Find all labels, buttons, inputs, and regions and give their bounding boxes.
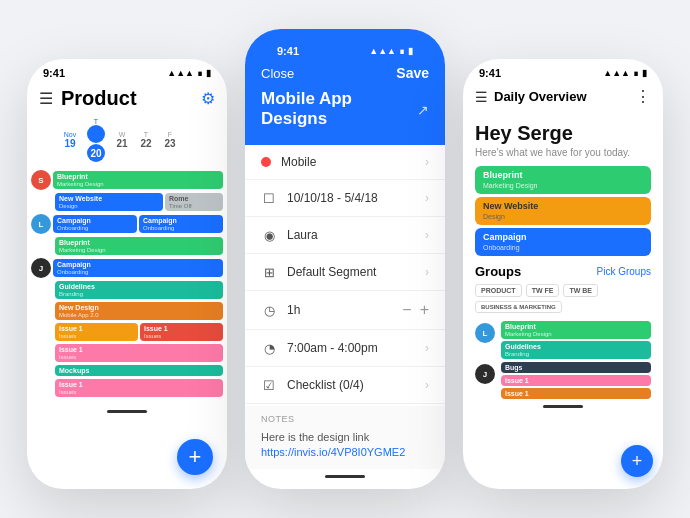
list-item[interactable]: New WebsiteDesign: [55, 193, 163, 211]
tag-business[interactable]: BUSINESS & MARKETING: [475, 301, 562, 313]
wifi-icon: ∎: [399, 46, 405, 56]
pick-groups-button[interactable]: Pick Groups: [597, 266, 651, 277]
screens-container: 9:41 ▲▲▲ ∎ ▮ ☰ Product ⚙ Nov 19 T: [7, 9, 683, 509]
center-phone: 9:41 ▲▲▲ ∎ ▮ Close Save Mobile App Desig…: [245, 29, 445, 489]
table-row: Issue 1Issues: [31, 379, 223, 397]
home-indicator: [543, 405, 583, 408]
list-item[interactable]: BlueprintMarketing Design: [53, 171, 223, 189]
form-item-duration[interactable]: ◷ 1h − +: [245, 291, 445, 330]
tag-product[interactable]: PRODUCT: [475, 284, 522, 297]
nav-title: Daily Overview: [494, 89, 629, 104]
table-row: BlueprintMarketing Design: [31, 237, 223, 255]
table-row: GuidelinesBranding: [31, 281, 223, 299]
date-col-w: W 21: [111, 131, 133, 149]
list-item[interactable]: Issue 1Issues: [55, 344, 223, 362]
checklist-icon: ☑: [261, 377, 277, 393]
table-row: Issue 1Issues: [31, 344, 223, 362]
tag-twfe[interactable]: TW FE: [526, 284, 560, 297]
center-nav: Close Save: [261, 61, 429, 89]
form-label: Mobile: [281, 155, 415, 169]
more-icon[interactable]: ⋮: [635, 87, 651, 106]
list-item[interactable]: Issue 1Issues: [55, 379, 223, 397]
left-status-icons: ▲▲▲ ∎ ▮: [167, 68, 211, 78]
greeting: Hey Serge: [463, 122, 663, 147]
left-phone: 9:41 ▲▲▲ ∎ ▮ ☰ Product ⚙ Nov 19 T: [27, 59, 227, 489]
chevron-right-icon: ›: [425, 228, 429, 242]
form-item-checklist[interactable]: ☑ Checklist (0/4) ›: [245, 367, 445, 404]
settings-icon[interactable]: ⚙: [201, 89, 215, 108]
list-item[interactable]: CampaignOnboarding: [475, 228, 651, 256]
groups-section: Groups Pick Groups PRODUCT TW FE TW BE B…: [463, 264, 663, 399]
save-button[interactable]: Save: [396, 65, 429, 81]
increment-button[interactable]: +: [420, 301, 429, 319]
center-time: 9:41: [277, 45, 299, 57]
list-item[interactable]: New WebsiteDesign: [475, 197, 651, 225]
chevron-right-icon: ›: [425, 155, 429, 169]
avatar: S: [31, 170, 51, 190]
table-row: J CampaignOnboarding: [31, 258, 223, 278]
decrement-button[interactable]: −: [402, 301, 411, 319]
form-item-mobile[interactable]: Mobile ›: [245, 145, 445, 180]
today-cards: BlueprintMarketing Design New WebsiteDes…: [463, 166, 663, 256]
list-item[interactable]: RomeTime Off: [165, 193, 223, 211]
group-rows: L BlueprintMarketing Design GuidelinesBr…: [475, 321, 651, 399]
list-item[interactable]: BlueprintMarketing Design: [55, 237, 223, 255]
list-item[interactable]: CampaignOnboarding: [53, 259, 223, 277]
list-item[interactable]: BlueprintMarketing Design: [475, 166, 651, 194]
menu-icon[interactable]: ☰: [475, 89, 488, 105]
timer-icon: ◷: [261, 302, 277, 318]
home-indicator: [325, 475, 365, 478]
list-item[interactable]: Mockups: [55, 365, 223, 376]
chevron-right-icon: ›: [425, 191, 429, 205]
list-item[interactable]: GuidelinesBranding: [55, 281, 223, 299]
fab-button[interactable]: +: [621, 445, 653, 477]
form-checklist: Checklist (0/4): [287, 378, 415, 392]
close-button[interactable]: Close: [261, 66, 294, 81]
list-item[interactable]: CampaignOnboarding: [53, 215, 137, 233]
form-item-segment[interactable]: ⊞ Default Segment ›: [245, 254, 445, 291]
left-status-bar: 9:41 ▲▲▲ ∎ ▮: [27, 59, 227, 83]
expand-icon[interactable]: ↗: [417, 102, 429, 118]
date-col-f: F 23: [159, 131, 181, 149]
list-item[interactable]: GuidelinesBranding: [501, 341, 651, 359]
form-duration: 1h: [287, 303, 392, 317]
home-indicator: [107, 410, 147, 413]
list-item[interactable]: CampaignOnboarding: [139, 215, 223, 233]
battery-icon: ▮: [206, 68, 211, 78]
calendar-grid: S BlueprintMarketing Design New WebsiteD…: [27, 166, 227, 404]
notes-section: NOTES Here is the design link https://in…: [245, 406, 445, 469]
chevron-right-icon: ›: [425, 378, 429, 392]
greeting-sub: Here's what we have for you today.: [463, 147, 663, 166]
form-item-date[interactable]: ☐ 10/10/18 - 5/4/18 ›: [245, 180, 445, 217]
table-row: Mockups: [31, 365, 223, 376]
form-item-user[interactable]: ◉ Laura ›: [245, 217, 445, 254]
right-phone: 9:41 ▲▲▲ ∎ ▮ ☰ Daily Overview ⋮ Hey Serg…: [463, 59, 663, 489]
list-item[interactable]: Issue 1Issues: [55, 323, 138, 341]
list-item[interactable]: Issue 1: [501, 375, 651, 386]
list-item[interactable]: BlueprintMarketing Design: [501, 321, 651, 339]
form-list: Mobile › ☐ 10/10/18 - 5/4/18 › ◉ Laura ›…: [245, 145, 445, 404]
menu-icon[interactable]: ☰: [39, 89, 53, 108]
right-status-bar: 9:41 ▲▲▲ ∎ ▮: [463, 59, 663, 83]
notes-link[interactable]: https://invis.io/4VP8I0YGME2: [261, 446, 405, 458]
group-cards: BlueprintMarketing Design GuidelinesBran…: [501, 321, 651, 359]
list-item[interactable]: Issue 1Issues: [140, 323, 223, 341]
center-status-bar: 9:41 ▲▲▲ ∎ ▮: [261, 37, 429, 61]
date-col-t2: T 22: [135, 131, 157, 149]
chevron-right-icon: ›: [425, 265, 429, 279]
list-item[interactable]: Bugs: [501, 362, 651, 373]
group-cards: Bugs Issue 1 Issue 1: [501, 362, 651, 399]
wifi-icon: ∎: [197, 68, 203, 78]
tag-twbe[interactable]: TW BE: [563, 284, 598, 297]
color-dot: [261, 157, 271, 167]
form-time: 7:00am - 4:00pm: [287, 341, 415, 355]
list-item[interactable]: New DesignMobile App 2.0: [55, 302, 223, 320]
battery-icon: ▮: [408, 46, 413, 56]
fab-button[interactable]: +: [177, 439, 213, 475]
table-row: S BlueprintMarketing Design: [31, 170, 223, 190]
groups-title: Groups: [475, 264, 521, 279]
form-item-time[interactable]: ◔ 7:00am - 4:00pm ›: [245, 330, 445, 367]
left-header: ☰ Product ⚙: [27, 83, 227, 116]
list-item[interactable]: Issue 1: [501, 388, 651, 399]
date-col-nov: Nov 19: [59, 131, 81, 149]
